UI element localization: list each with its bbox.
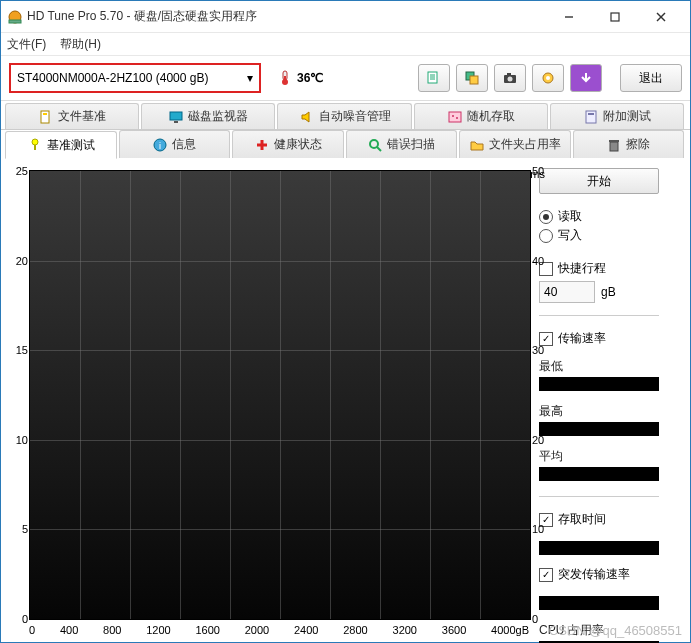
svg-point-33	[370, 140, 378, 148]
svg-text:i: i	[159, 141, 161, 151]
radio-write[interactable]: 写入	[539, 227, 659, 244]
svg-rect-28	[588, 113, 594, 115]
info-icon: i	[152, 137, 168, 153]
svg-rect-27	[586, 111, 596, 123]
minimize-button[interactable]	[546, 2, 592, 32]
short-stroke-unit: gB	[601, 285, 616, 299]
watermark: CSDN @qq_46508551	[549, 623, 682, 638]
svg-point-16	[508, 77, 513, 82]
svg-point-29	[32, 139, 38, 145]
copy-window-icon	[464, 70, 480, 86]
short-stroke-input[interactable]	[539, 281, 595, 303]
svg-rect-36	[609, 140, 619, 142]
menu-bar: 文件(F) 帮助(H)	[1, 33, 690, 56]
svg-rect-3	[611, 13, 619, 21]
camera-icon	[502, 70, 518, 86]
toolbar: ST4000NM000A-2HZ100 (4000 gB) ▾ 36℃ 退出	[1, 56, 690, 101]
file-benchmark-icon	[38, 109, 54, 125]
monitor-icon	[168, 109, 184, 125]
tab-file-benchmark[interactable]: 文件基准	[5, 103, 139, 129]
check-burst-rate[interactable]: ✓突发传输速率	[539, 566, 659, 583]
svg-rect-14	[470, 76, 478, 84]
scan-icon	[367, 137, 383, 153]
tab-error-scan[interactable]: 错误扫描	[346, 130, 458, 158]
svg-point-25	[452, 115, 454, 117]
field-min: 最低	[539, 358, 659, 391]
svg-rect-17	[507, 73, 511, 75]
tab-folder-usage[interactable]: 文件夹占用率	[459, 130, 571, 158]
title-bar: HD Tune Pro 5.70 - 硬盘/固态硬盘实用程序	[1, 1, 690, 33]
side-panel: 开始 读取 写入 快捷行程 gB ✓传输速率 最低 最高 平均 ✓存取时间 ✓突…	[539, 166, 659, 643]
tab-row-upper: 文件基准 磁盘监视器 自动噪音管理 随机存取 附加测试	[1, 103, 690, 130]
chevron-down-icon: ▾	[247, 71, 253, 85]
tab-info[interactable]: i信息	[119, 130, 231, 158]
radio-dot-icon	[539, 210, 553, 224]
tab-benchmark[interactable]: 基准测试	[5, 131, 117, 159]
close-button[interactable]	[638, 2, 684, 32]
copy-info-button[interactable]	[418, 64, 450, 92]
folder-icon	[469, 137, 485, 153]
checkbox-icon: ✓	[539, 568, 553, 582]
check-access-time[interactable]: ✓存取时间	[539, 511, 659, 528]
save-screenshot-button[interactable]	[494, 64, 526, 92]
health-icon	[254, 137, 270, 153]
benchmark-icon	[27, 137, 43, 153]
field-access-time	[539, 539, 659, 555]
content-area: MB/s ms 25 20 15	[1, 158, 690, 643]
copy-text-icon	[426, 70, 442, 86]
exit-button[interactable]: 退出	[620, 64, 682, 92]
copy-screenshot-button[interactable]	[456, 64, 488, 92]
field-avg: 平均	[539, 448, 659, 481]
svg-rect-24	[449, 112, 461, 122]
check-short-stroke[interactable]: 快捷行程	[539, 260, 659, 277]
save-button[interactable]	[570, 64, 602, 92]
thermometer-icon	[277, 70, 293, 86]
drive-select[interactable]: ST4000NM000A-2HZ100 (4000 gB) ▾	[9, 63, 261, 93]
radio-dot-icon	[539, 229, 553, 243]
svg-rect-8	[284, 76, 286, 81]
chart-canvas: 25 20 15 10 5 0 50 40 30 20 10 0	[29, 170, 531, 620]
svg-rect-35	[610, 142, 618, 151]
options-button[interactable]	[532, 64, 564, 92]
tab-aam[interactable]: 自动噪音管理	[277, 103, 411, 129]
tab-erase[interactable]: 擦除	[573, 130, 685, 158]
temperature-indicator: 36℃	[277, 70, 323, 86]
svg-rect-23	[174, 121, 178, 123]
tab-disk-monitor[interactable]: 磁盘监视器	[141, 103, 275, 129]
tab-extra-tests[interactable]: 附加测试	[550, 103, 684, 129]
check-transfer-rate[interactable]: ✓传输速率	[539, 330, 659, 347]
drive-select-value: ST4000NM000A-2HZ100 (4000 gB)	[17, 71, 208, 85]
tab-row-lower: 基准测试 i信息 健康状态 错误扫描 文件夹占用率 擦除	[1, 130, 690, 158]
menu-help[interactable]: 帮助(H)	[60, 36, 101, 53]
svg-point-19	[546, 76, 550, 80]
start-button[interactable]: 开始	[539, 168, 659, 194]
maximize-button[interactable]	[592, 2, 638, 32]
arrow-down-icon	[578, 70, 594, 86]
speaker-icon	[299, 109, 315, 125]
trash-icon	[606, 137, 622, 153]
radio-read[interactable]: 读取	[539, 208, 659, 225]
window-title: HD Tune Pro 5.70 - 硬盘/固态硬盘实用程序	[23, 8, 546, 25]
gear-icon	[540, 70, 556, 86]
temperature-value: 36℃	[297, 71, 323, 85]
calculator-icon	[583, 109, 599, 125]
svg-rect-22	[170, 112, 182, 120]
tab-random-access[interactable]: 随机存取	[414, 103, 548, 129]
menu-file[interactable]: 文件(F)	[7, 36, 46, 53]
svg-line-34	[377, 147, 381, 151]
field-burst-rate	[539, 594, 659, 610]
app-icon	[7, 9, 23, 25]
random-icon	[447, 109, 463, 125]
svg-rect-20	[41, 111, 49, 123]
svg-rect-1	[9, 20, 21, 23]
svg-point-26	[456, 117, 458, 119]
tab-health[interactable]: 健康状态	[232, 130, 344, 158]
svg-rect-30	[34, 145, 36, 150]
x-axis-labels: 0 400 800 1200 1600 2000 2400 2800 3200 …	[29, 624, 529, 636]
field-max: 最高	[539, 403, 659, 436]
benchmark-chart: MB/s ms 25 20 15	[13, 166, 529, 643]
svg-rect-21	[43, 113, 47, 115]
